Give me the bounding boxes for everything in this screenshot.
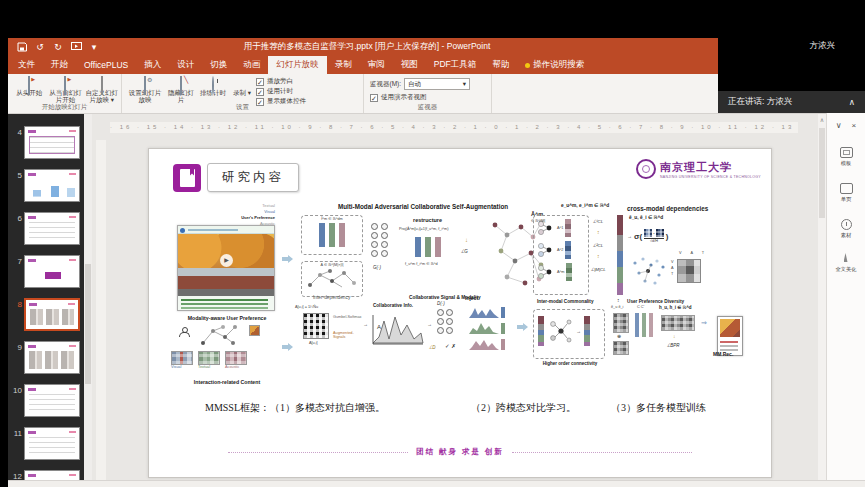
sidebar-item-beautify[interactable]: 全文美化 xyxy=(827,253,865,273)
school-motto: 团结 献身 求是 创新 xyxy=(149,447,771,457)
ribbon-tab[interactable]: 帮助 xyxy=(484,56,517,74)
slide-thumbnail[interactable]: 9 xyxy=(8,341,84,384)
page-icon xyxy=(840,183,853,194)
ribbon-tab[interactable]: 动画 xyxy=(235,56,268,74)
record-button[interactable]: 录制 ▾ xyxy=(230,76,254,106)
h-formula: h_u, h_i ∈ ℝ^d xyxy=(659,305,692,310)
slide-title-block: 研究内容 xyxy=(173,163,299,192)
slide-thumbnail[interactable]: 8 xyxy=(8,298,84,341)
play-icon: ▶ xyxy=(220,254,233,267)
cl-loss-2: ℒ²CL xyxy=(593,243,603,248)
setup-show-icon xyxy=(139,77,152,88)
f-ui-formula: f_u^m f_i^m ∈ ℝ^d xyxy=(405,261,438,266)
canvas-scrollbar[interactable]: ∧ xyxy=(818,114,826,480)
rehearse-timings-button[interactable]: 排练计时 xyxy=(198,76,228,106)
ribbon-tab[interactable]: PDF工具箱 xyxy=(426,56,485,74)
slide-thumbnail-panel: 4 5 6 7 8 9 10 11 xyxy=(8,114,84,480)
ribbon-tab[interactable]: 录制 xyxy=(327,56,360,74)
ribbon-checkbox[interactable]: 使用计时 xyxy=(256,87,306,96)
ribbon-tab[interactable]: 审阅 xyxy=(360,56,393,74)
ribbon-tab[interactable]: 操作说明搜索 xyxy=(517,56,592,74)
vat-row-labels: V A T xyxy=(671,259,676,277)
flow-arrow-icon xyxy=(282,255,293,263)
ribbon-tab[interactable]: 视图 xyxy=(393,56,426,74)
slide-thumbnail[interactable]: 12 xyxy=(8,470,84,480)
sidebar-item-single-page[interactable]: 单页 xyxy=(827,183,865,203)
custom-slideshow-button[interactable]: 自定义幻灯片放映 ▾ xyxy=(85,76,119,104)
slide-thumbnail[interactable]: 11 xyxy=(8,427,84,470)
scroll-up-icon[interactable]: ∧ xyxy=(818,116,826,123)
arrow-down-icon: ↓ xyxy=(673,333,676,339)
adjacency-matrix xyxy=(303,313,329,339)
from-current-slide-button[interactable]: 从当前幻灯片开始 xyxy=(48,76,82,104)
hide-slide-button[interactable]: 隐藏幻灯片 xyxy=(166,76,196,106)
university-name-en: NANJING UNIVERSITY OF SCIENCE & TECHNOLO… xyxy=(660,175,761,179)
ribbon-tab[interactable]: 切换 xyxy=(202,56,235,74)
speaking-indicator[interactable]: 正在讲话: 方浓兴 ∧ xyxy=(718,91,865,113)
proj-formula: Proj(Â^m[u,i]=1|f_u^m, f_i^m) xyxy=(399,227,495,231)
slide-thumbnail[interactable]: 6 xyxy=(8,212,84,255)
mm-rec-card xyxy=(717,316,743,356)
ribbon-checkbox[interactable]: 播放旁白 xyxy=(256,77,306,86)
thumbnail-image xyxy=(24,384,80,417)
thumbnail-scrollbar[interactable] xyxy=(84,114,92,480)
social-post-card: ▶ xyxy=(177,225,275,311)
vertical-ruler xyxy=(96,140,106,480)
slide-number: 9 xyxy=(10,343,22,352)
item-image xyxy=(249,325,260,336)
generator-network xyxy=(371,223,389,257)
monitor-select[interactable]: 自动 ▾ xyxy=(404,78,470,90)
bpr-loss: ℒBPR xyxy=(667,343,680,348)
svg-text:A: A xyxy=(377,324,381,330)
thumbnail-image xyxy=(24,341,80,374)
gumbel-label: Gumbel-Softmax xyxy=(333,315,365,319)
sidebar-item-materials[interactable]: 素材 xyxy=(827,219,865,239)
slide-number: 4 xyxy=(10,128,22,137)
feature-box: f̃^m ∈ ℝ^dm xyxy=(301,215,363,255)
updown-icon: ↕ xyxy=(617,297,620,303)
cross-modal-label: cross-modal dependencies xyxy=(627,205,757,212)
checkbox-icon xyxy=(370,94,378,102)
distribution-curve: A xyxy=(371,311,425,347)
updown-icon: ↕ xyxy=(597,229,600,235)
histograms xyxy=(469,305,505,350)
discriminator-label: D(·) xyxy=(437,301,445,306)
slide-number: 11 xyxy=(10,429,22,438)
clock-icon xyxy=(841,219,852,230)
modality-matrices: Visual Textual Acoustic xyxy=(171,351,247,369)
sigma-formula: → σ( · √d/H ) xyxy=(627,229,668,243)
notebook-icon xyxy=(173,164,201,192)
sidebar-item-template[interactable]: 模板 xyxy=(827,147,865,167)
group-label: 开始放映幻灯片 xyxy=(8,103,121,112)
slide-thumbnail[interactable]: 4 xyxy=(8,126,84,169)
collapse-pane-icon[interactable]: ∨ xyxy=(836,121,842,130)
inject-label: Inject xyxy=(465,295,478,301)
from-beginning-button[interactable]: 从头开始 xyxy=(12,76,46,104)
checkbox-icon xyxy=(256,78,264,86)
slide-thumbnail[interactable]: 7 xyxy=(8,255,84,298)
arrow-icon: → xyxy=(363,321,368,327)
ribbon-group-start-show: 从头开始 从当前幻灯片开始 自定义幻灯片放映 ▾ 开始放映幻灯片 xyxy=(8,74,122,113)
collapse-icon[interactable]: ∧ xyxy=(849,97,855,107)
slide-thumbnail[interactable]: 10 xyxy=(8,384,84,427)
implies-icon: ⇒ xyxy=(701,319,707,327)
ribbon-tab[interactable]: 插入 xyxy=(136,56,169,74)
meeting-overlay: 方浓兴 正在讲话: 方浓兴 ∧ xyxy=(718,0,865,113)
ribbon-tab[interactable]: OfficePLUS xyxy=(76,56,136,74)
slide-number: 7 xyxy=(10,257,22,266)
slide-thumbnail[interactable]: 5 xyxy=(8,169,84,212)
setup-slideshow-button[interactable]: 设置幻灯片放映 xyxy=(126,76,164,106)
close-pane-icon[interactable]: × xyxy=(852,121,857,130)
presenter-view-checkbox[interactable]: 使用演示者视图 xyxy=(370,93,491,102)
ribbon-tab[interactable]: 文件 xyxy=(10,56,43,74)
inter-dependency-label: Inter-dependency xyxy=(313,295,350,300)
ribbon-tab[interactable]: 幻灯片放映 xyxy=(268,56,327,74)
ribbon-tab[interactable]: 开始 xyxy=(43,56,76,74)
framework-diagram: Textual Visual User's Preference Acousti… xyxy=(165,203,757,395)
vat-heatmap xyxy=(677,259,701,283)
ribbon-tab[interactable]: 设计 xyxy=(169,56,202,74)
ribbon-group-setup: 设置幻灯片放映 隐藏幻灯片 排练计时 录制 ▾ xyxy=(122,74,364,113)
embedding-matrix-i xyxy=(613,341,629,355)
cc-bars xyxy=(635,313,653,337)
interaction-caption: Interaction-related Content xyxy=(165,379,289,385)
